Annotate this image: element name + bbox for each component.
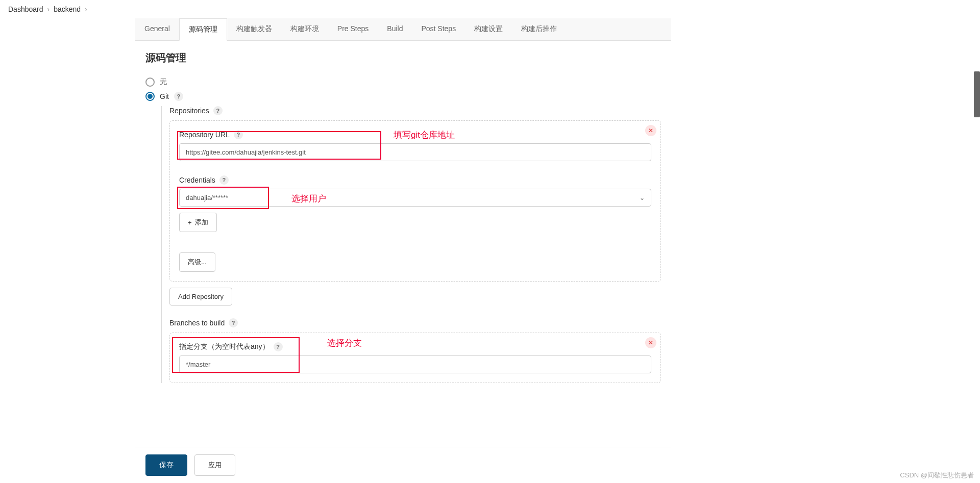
close-icon[interactable]: ✕ bbox=[645, 125, 656, 136]
branch-input[interactable] bbox=[179, 355, 651, 373]
advanced-button[interactable]: 高级... bbox=[179, 252, 215, 272]
scrollbar-thumb[interactable] bbox=[974, 71, 980, 117]
tab-env[interactable]: 构建环境 bbox=[281, 18, 328, 40]
tab-post-steps[interactable]: Post Steps bbox=[412, 18, 465, 40]
radio-none[interactable] bbox=[145, 78, 155, 87]
section-title: 源码管理 bbox=[135, 41, 671, 72]
help-icon[interactable]: ? bbox=[219, 175, 229, 185]
help-icon[interactable]: ? bbox=[213, 106, 223, 115]
help-icon[interactable]: ? bbox=[229, 318, 238, 327]
radio-git[interactable] bbox=[145, 92, 155, 101]
chevron-down-icon: ⌄ bbox=[640, 194, 645, 201]
tab-build[interactable]: Build bbox=[378, 18, 412, 40]
help-icon[interactable]: ? bbox=[274, 342, 283, 351]
tab-settings[interactable]: 构建设置 bbox=[465, 18, 512, 40]
credentials-label: Credentials bbox=[179, 176, 215, 184]
plus-icon: + bbox=[188, 219, 192, 226]
branches-block: ✕ 指定分支（为空时代表any） ? 选择分支 bbox=[169, 333, 661, 383]
chevron-right-icon: › bbox=[85, 5, 87, 13]
credentials-value: dahuajia/****** bbox=[186, 194, 228, 201]
tab-pre-steps[interactable]: Pre Steps bbox=[328, 18, 378, 40]
breadcrumb-dashboard[interactable]: Dashboard bbox=[8, 5, 43, 13]
config-tabs: General 源码管理 构建触发器 构建环境 Pre Steps Build … bbox=[135, 18, 671, 41]
tab-scm[interactable]: 源码管理 bbox=[179, 18, 227, 41]
radio-git-label: Git bbox=[160, 92, 169, 100]
repo-url-label: Repository URL bbox=[179, 131, 230, 139]
help-icon[interactable]: ? bbox=[234, 130, 243, 139]
repositories-label: Repositories bbox=[169, 107, 209, 115]
tab-triggers[interactable]: 构建触发器 bbox=[227, 18, 281, 40]
credentials-select[interactable]: dahuajia/****** ⌄ bbox=[179, 189, 651, 207]
add-credentials-button[interactable]: + 添加 bbox=[179, 213, 217, 232]
main-panel: General 源码管理 构建触发器 构建环境 Pre Steps Build … bbox=[135, 18, 671, 439]
help-icon[interactable]: ? bbox=[174, 92, 183, 101]
repository-block: ✕ Repository URL ? 填写git仓库地址 Credentials… bbox=[169, 120, 661, 282]
branch-spec-label: 指定分支（为空时代表any） bbox=[179, 342, 270, 351]
chevron-right-icon: › bbox=[47, 5, 50, 13]
breadcrumb: Dashboard › backend › bbox=[0, 0, 980, 18]
repo-url-input[interactable] bbox=[179, 143, 651, 161]
breadcrumb-backend[interactable]: backend bbox=[54, 5, 81, 13]
add-repository-button[interactable]: Add Repository bbox=[169, 288, 232, 306]
tab-postbuild[interactable]: 构建后操作 bbox=[512, 18, 566, 40]
radio-none-label: 无 bbox=[160, 78, 167, 87]
add-btn-label: 添加 bbox=[195, 218, 208, 227]
tab-general[interactable]: General bbox=[135, 18, 179, 40]
branches-label: Branches to build bbox=[169, 319, 225, 327]
